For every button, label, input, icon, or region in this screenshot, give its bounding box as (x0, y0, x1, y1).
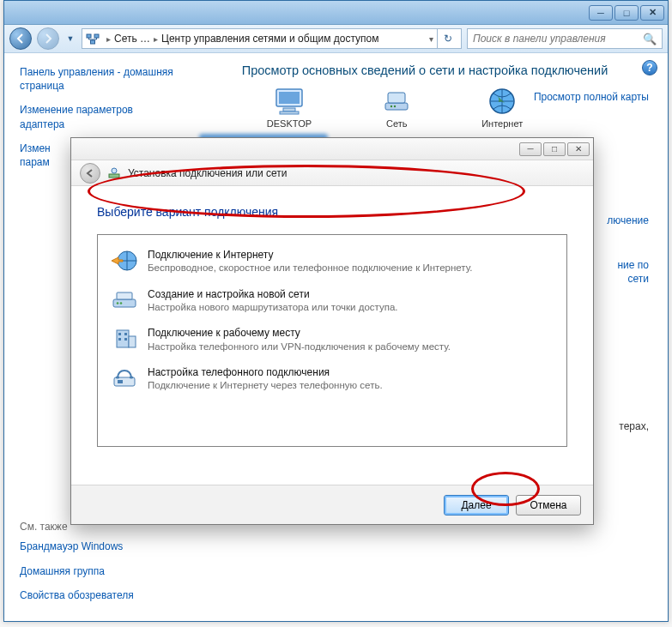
partial-link-network[interactable]: ние по сети (617, 259, 649, 286)
option-desc: Подключение к Интернету через телефонную… (148, 379, 554, 393)
wizard-content: Выберите вариант подключения Подключение… (71, 186, 593, 485)
arrow-right-icon (43, 33, 53, 44)
svg-rect-24 (129, 336, 136, 347)
outer-close-button[interactable]: ✕ (640, 5, 664, 21)
router-icon (110, 287, 139, 313)
svg-rect-4 (279, 92, 300, 104)
wizard-close-button[interactable]: ✕ (567, 142, 590, 156)
partial-link-connection[interactable]: лючение (607, 214, 649, 226)
wizard-back-button[interactable] (80, 163, 100, 184)
option-title: Подключение к Интернету (148, 248, 554, 262)
nav-history-dropdown[interactable]: ▼ (64, 27, 76, 50)
wizard-minimize-button[interactable]: ─ (519, 142, 542, 156)
link-view-full-map[interactable]: Просмотр полной карты (534, 91, 649, 103)
option-desc: Беспроводное, скоростное или телефонное … (148, 262, 554, 275)
outer-minimize-button[interactable]: ─ (589, 5, 613, 21)
arrow-left-icon (85, 168, 95, 178)
svg-rect-0 (87, 34, 91, 38)
svg-point-17 (117, 302, 119, 304)
phone-modem-icon (110, 365, 139, 391)
wizard-titlebar: ─ □ ✕ (71, 138, 593, 160)
svg-rect-7 (385, 103, 408, 110)
svg-point-9 (390, 106, 392, 107)
wizard-footer: Далее Отмена (71, 485, 593, 524)
option-title: Настройка телефонного подключения (148, 365, 554, 379)
svg-point-26 (116, 377, 119, 379)
nav-back-button[interactable] (9, 27, 32, 50)
next-button[interactable]: Далее (444, 495, 509, 515)
option-desc: Настройка телефонного или VPN-подключени… (148, 341, 554, 354)
option-setup-dialup[interactable]: Настройка телефонного подключения Подклю… (101, 359, 563, 399)
wizard-instruction: Выберите вариант подключения (97, 205, 567, 219)
refresh-button[interactable]: ↻ (437, 28, 457, 49)
svg-rect-16 (117, 292, 132, 299)
option-connect-to-internet[interactable]: Подключение к Интернету Беспроводное, ск… (101, 242, 563, 281)
wizard-title: Установка подключения или сети (128, 167, 287, 179)
svg-point-27 (130, 377, 133, 379)
svg-rect-22 (118, 338, 121, 341)
svg-point-18 (120, 302, 123, 304)
breadcrumb-seg-2[interactable]: Центр управления сетями и общим доступом (161, 33, 379, 45)
outer-maximize-button[interactable]: □ (614, 5, 639, 21)
page-title: Просмотр основных сведений о сети и наст… (199, 63, 651, 77)
computer-icon (271, 86, 307, 117)
help-button[interactable]: ? (642, 60, 657, 75)
svg-point-13 (112, 168, 117, 173)
svg-rect-8 (388, 93, 405, 103)
globe-arrow-icon (110, 248, 139, 274)
svg-rect-28 (118, 380, 123, 383)
breadcrumb[interactable]: ▸ Сеть … ▸ Центр управления сетями и общ… (82, 28, 462, 49)
sidebar-link-homegroup[interactable]: Домашняя группа (20, 564, 174, 578)
chevron-right-icon: ▸ (150, 34, 161, 44)
map-node-internet[interactable]: Интернет (481, 86, 523, 129)
breadcrumb-seg-1[interactable]: Сеть … (114, 33, 150, 45)
nav-forward-button[interactable] (37, 27, 59, 50)
wizard-header: Установка подключения или сети (71, 160, 593, 186)
svg-rect-5 (283, 108, 295, 112)
partial-text: терах, (619, 420, 649, 432)
svg-rect-6 (280, 112, 299, 114)
search-icon: 🔍 (643, 33, 657, 45)
cancel-button[interactable]: Отмена (516, 495, 581, 515)
setup-connection-wizard: ─ □ ✕ Установка подключения или сети Выб… (70, 137, 594, 525)
address-bar: ▼ ▸ Сеть … ▸ Центр управления сетями и о… (4, 25, 668, 53)
option-connect-to-workplace[interactable]: Подключение к рабочему месту Настройка т… (101, 320, 563, 359)
network-device-icon (378, 86, 415, 117)
sidebar-link-firewall[interactable]: Брандмауэр Windows (20, 540, 174, 553)
sidebar-link-home[interactable]: Панель управления - домашняя страница (20, 65, 174, 93)
map-node-desktop[interactable]: DESKTOP (267, 86, 312, 129)
arrow-left-icon (15, 33, 26, 44)
svg-rect-1 (94, 34, 99, 38)
svg-rect-20 (118, 333, 121, 335)
sidebar-link-internet-options[interactable]: Свойства обозревателя (20, 588, 174, 602)
outer-titlebar: ─ □ ✕ (4, 1, 668, 25)
chevron-right-icon: ▸ (103, 34, 114, 44)
wizard-maximize-button[interactable]: □ (543, 142, 566, 156)
svg-rect-2 (91, 40, 95, 44)
network-setup-icon (107, 166, 121, 180)
search-box[interactable]: 🔍 (467, 28, 663, 49)
svg-rect-21 (124, 333, 127, 335)
connection-options-list: Подключение к Интернету Беспроводное, ск… (97, 234, 567, 447)
option-desc: Настройка нового маршрутизатора или точк… (148, 301, 554, 315)
svg-point-10 (394, 106, 396, 107)
network-icon (86, 32, 100, 45)
map-node-network[interactable]: Сеть (378, 86, 415, 129)
sidebar-link-adapter-settings[interactable]: Изменение параметров адаптера (20, 103, 174, 130)
option-title: Создание и настройка новой сети (148, 287, 554, 301)
option-setup-new-network[interactable]: Создание и настройка новой сети Настройк… (101, 281, 563, 321)
chevron-down-icon[interactable]: ▾ (426, 34, 437, 44)
search-input[interactable] (473, 33, 643, 45)
building-icon (110, 326, 139, 352)
svg-rect-12 (109, 174, 119, 178)
svg-rect-23 (124, 338, 127, 341)
option-title: Подключение к рабочему месту (148, 326, 554, 340)
globe-icon (484, 86, 520, 117)
